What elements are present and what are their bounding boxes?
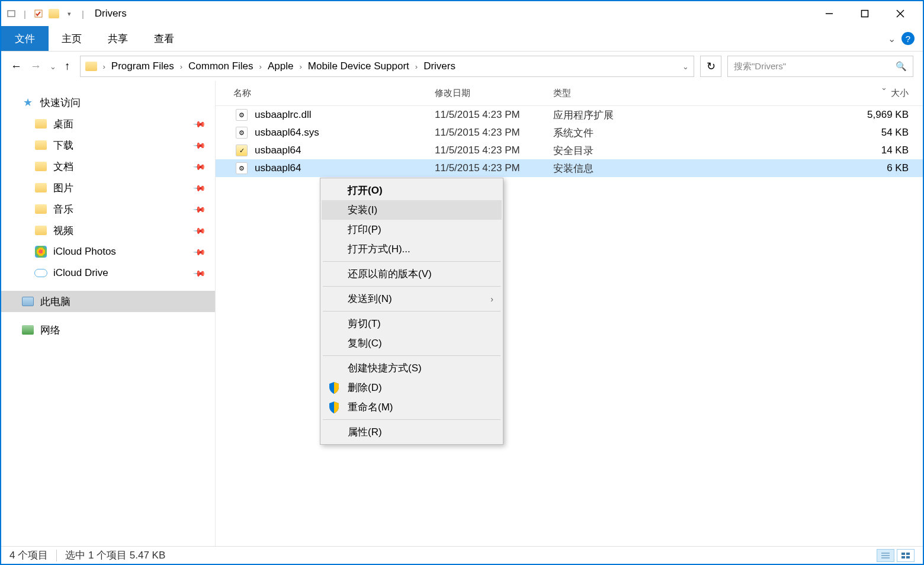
- minimize-button[interactable]: [811, 2, 847, 25]
- chevron-right-icon[interactable]: ›: [180, 62, 182, 71]
- file-size: 14 KB: [719, 145, 923, 156]
- ribbon-expand-icon[interactable]: ⌄: [888, 33, 896, 44]
- context-menu-open[interactable]: 打开(O): [322, 181, 502, 200]
- address-dropdown-icon[interactable]: ⌄: [682, 62, 689, 71]
- file-name: usbaapl64.sys: [255, 127, 435, 139]
- ribbon-tab-home[interactable]: 主页: [49, 26, 95, 51]
- pin-icon: 📌: [192, 117, 206, 130]
- pin-icon: 📌: [192, 159, 206, 173]
- folder-icon: [34, 182, 47, 194]
- view-details-button[interactable]: [877, 549, 894, 562]
- column-header-type[interactable]: 类型: [553, 88, 719, 99]
- svg-rect-12: [906, 556, 910, 558]
- up-button[interactable]: ↑: [65, 60, 70, 73]
- file-date: 11/5/2015 4:23 PM: [435, 109, 553, 121]
- context-menu-send-to[interactable]: 发送到(N) ›: [322, 289, 502, 309]
- folder-icon: [34, 139, 47, 151]
- file-date: 11/5/2015 4:23 PM: [435, 145, 553, 156]
- file-type: 系统文件: [553, 126, 719, 140]
- context-menu-print[interactable]: 打印(P): [322, 220, 502, 239]
- refresh-button[interactable]: ↻: [700, 56, 721, 77]
- breadcrumb-item[interactable]: Mobile Device Support: [306, 60, 412, 72]
- context-menu-open-with[interactable]: 打开方式(H)...: [322, 239, 502, 259]
- menu-separator: [323, 261, 500, 262]
- context-menu-install[interactable]: 安装(I): [322, 200, 502, 220]
- address-bar[interactable]: › Program Files › Common Files › Apple ›…: [80, 56, 695, 77]
- properties-qat-icon[interactable]: [33, 8, 44, 19]
- maximize-button[interactable]: [847, 2, 883, 25]
- sidebar-item-icloud-photos[interactable]: iCloud Photos 📌: [1, 241, 215, 262]
- ribbon-file-tab[interactable]: 文件: [1, 26, 49, 51]
- column-header-size[interactable]: 大小⌄: [719, 88, 923, 99]
- sidebar-item-desktop[interactable]: 桌面 📌: [1, 113, 215, 134]
- context-menu-copy[interactable]: 复制(C): [322, 333, 502, 353]
- chevron-right-icon: ›: [490, 294, 493, 304]
- cloud-icon: [34, 267, 47, 279]
- ribbon-tab-view[interactable]: 查看: [141, 26, 187, 51]
- folder-icon: [34, 160, 47, 172]
- context-menu-rename[interactable]: 重命名(M): [322, 397, 502, 417]
- context-menu-delete[interactable]: 删除(D): [322, 378, 502, 397]
- search-input[interactable]: 搜索"Drivers" 🔍: [727, 56, 913, 77]
- close-button[interactable]: [883, 2, 918, 25]
- file-date: 11/5/2015 4:23 PM: [435, 162, 553, 174]
- ribbon-tab-share[interactable]: 共享: [95, 26, 141, 51]
- breadcrumb-item[interactable]: Common Files: [186, 60, 256, 72]
- sidebar-item-music[interactable]: 音乐 📌: [1, 198, 215, 220]
- sidebar-item-network[interactable]: 网络: [1, 319, 215, 341]
- sidebar-item-videos[interactable]: 视频 📌: [1, 220, 215, 241]
- chevron-right-icon[interactable]: ›: [259, 62, 262, 71]
- context-menu-restore[interactable]: 还原以前的版本(V): [322, 264, 502, 284]
- star-icon: ★: [21, 97, 34, 108]
- folder-icon: [34, 224, 47, 236]
- menu-separator: [323, 419, 500, 420]
- qat-dropdown-icon[interactable]: ▾: [64, 8, 75, 19]
- forward-button[interactable]: →: [30, 60, 41, 73]
- breadcrumb-item[interactable]: Apple: [265, 60, 296, 72]
- sidebar-item-documents[interactable]: 文档 📌: [1, 156, 215, 177]
- svg-rect-9: [901, 553, 905, 555]
- file-type: 安全目录: [553, 144, 719, 158]
- help-button[interactable]: ?: [901, 32, 915, 45]
- sidebar-item-quick-access[interactable]: ★ 快速访问: [1, 92, 215, 113]
- pc-icon: [21, 296, 34, 307]
- ribbon: 文件 主页 共享 查看 ⌄ ?: [1, 26, 923, 52]
- svg-rect-3: [862, 11, 868, 17]
- file-type: 安装信息: [553, 162, 719, 175]
- folder-qat-icon[interactable]: [49, 8, 59, 19]
- context-menu-shortcut[interactable]: 创建快捷方式(S): [322, 358, 502, 378]
- context-menu-cut[interactable]: 剪切(T): [322, 314, 502, 333]
- system-menu-icon[interactable]: [6, 8, 17, 19]
- sidebar-item-this-pc[interactable]: 此电脑: [1, 291, 215, 312]
- context-menu-properties[interactable]: 属性(R): [322, 422, 502, 442]
- sidebar-item-pictures[interactable]: 图片 📌: [1, 177, 215, 198]
- chevron-right-icon[interactable]: ›: [103, 62, 105, 71]
- file-icon: ⚙: [236, 162, 248, 174]
- file-row[interactable]: ✓ usbaapl64 11/5/2015 4:23 PM 安全目录 14 KB: [216, 142, 923, 159]
- column-header-name[interactable]: 名称: [216, 88, 435, 99]
- network-icon: [21, 324, 34, 336]
- view-icons-button[interactable]: [897, 549, 915, 562]
- file-row[interactable]: ⚙ usbaapl64 11/5/2015 4:23 PM 安装信息 6 KB: [216, 159, 923, 177]
- status-item-count: 4 个项目: [9, 548, 48, 562]
- file-name: usbaapl64: [255, 145, 435, 156]
- file-name: usbaaplrc.dll: [255, 109, 435, 121]
- file-icon: ⚙: [236, 127, 248, 139]
- pin-icon: 📌: [192, 223, 206, 237]
- breadcrumb-item[interactable]: Program Files: [109, 60, 177, 72]
- column-header-date[interactable]: 修改日期: [435, 88, 553, 99]
- status-selection: 选中 1 个项目 5.47 KB: [65, 548, 165, 562]
- file-name: usbaapl64: [255, 162, 435, 174]
- recent-dropdown[interactable]: ⌄: [50, 62, 56, 71]
- breadcrumb-item[interactable]: Drivers: [421, 60, 458, 72]
- svg-rect-0: [8, 11, 15, 17]
- file-row[interactable]: ⚙ usbaapl64.sys 11/5/2015 4:23 PM 系统文件 5…: [216, 124, 923, 142]
- chevron-right-icon[interactable]: ›: [299, 62, 301, 71]
- menu-separator: [323, 286, 500, 287]
- chevron-right-icon[interactable]: ›: [415, 62, 418, 71]
- sidebar-item-icloud-drive[interactable]: iCloud Drive 📌: [1, 262, 215, 284]
- back-button[interactable]: ←: [11, 60, 22, 73]
- sidebar-item-downloads[interactable]: 下载 📌: [1, 134, 215, 156]
- file-row[interactable]: ⚙ usbaaplrc.dll 11/5/2015 4:23 PM 应用程序扩展…: [216, 106, 923, 124]
- file-size: 54 KB: [719, 127, 923, 139]
